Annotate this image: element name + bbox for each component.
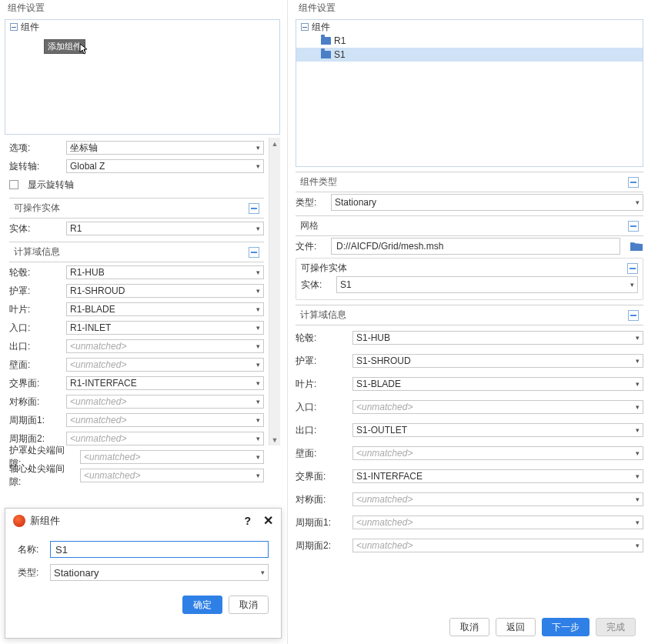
field-label: 入口:	[296, 401, 348, 414]
type-label: 类型:	[296, 196, 326, 209]
cancel-button[interactable]: 取消	[449, 618, 489, 636]
field-label: 壁面:	[296, 447, 348, 460]
field-label: 交界面:	[9, 377, 62, 390]
operable-section-label: 可操作实体	[14, 202, 60, 215]
field-select[interactable]: S1-BLADE▾	[352, 377, 643, 391]
operable-section-label: 可操作实体	[301, 262, 347, 275]
dlg-cancel-button[interactable]: 取消	[229, 596, 269, 614]
scroll-down-icon[interactable]: ▼	[269, 434, 281, 445]
field-select[interactable]: <unmatched>▾	[80, 450, 264, 464]
field-label: 出口:	[296, 424, 348, 437]
field-label: 叶片:	[9, 303, 62, 316]
field-select[interactable]: S1-HUB▾	[352, 331, 643, 345]
dlg-ok-button[interactable]: 确定	[182, 596, 222, 614]
show-axis-checkbox[interactable]	[9, 180, 18, 189]
entity-select[interactable]: R1▾	[66, 222, 264, 235]
entity-label: 实体:	[9, 222, 62, 235]
field-select[interactable]: R1-HUB▾	[66, 265, 264, 279]
field-select[interactable]: R1-INTERFACE▾	[66, 376, 264, 390]
new-component-dialog: 新组件 ? ✕ 名称: S1 类型: Stationary▾ 确定 取消	[5, 508, 282, 639]
tree-root-label[interactable]: 组件	[21, 21, 39, 34]
field-label: 护罩:	[296, 355, 348, 368]
field-select[interactable]: R1-SHROUD▾	[66, 284, 264, 298]
tree-collapse-icon[interactable]	[10, 23, 18, 31]
file-input[interactable]: D://AICFD/Grid/mesh.msh	[331, 238, 620, 255]
dlg-type-select[interactable]: Stationary▾	[50, 564, 269, 581]
entity-select[interactable]: S1▾	[336, 276, 638, 293]
field-select[interactable]: <unmatched>▾	[352, 516, 643, 529]
axis-label: 旋转轴:	[9, 160, 62, 173]
next-button[interactable]: 下一步	[542, 618, 590, 636]
field-select[interactable]: <unmatched>▾	[66, 432, 264, 445]
mesh-section-label: 网格	[300, 219, 319, 232]
folder-icon	[321, 51, 331, 58]
collapse-icon[interactable]	[628, 221, 639, 232]
scroll-up-icon[interactable]: ▲	[269, 138, 281, 149]
field-select[interactable]: <unmatched>▾	[66, 358, 264, 372]
folder-icon	[321, 37, 331, 45]
field-label: 轮毂:	[9, 266, 62, 279]
show-axis-label: 显示旋转轴	[28, 179, 74, 192]
field-select[interactable]: R1-BLADE▾	[66, 302, 264, 316]
domain-section-label: 计算域信息	[14, 245, 60, 259]
right-panel-title: 组件设置	[291, 0, 648, 16]
tree-collapse-icon[interactable]	[301, 23, 309, 31]
folder-open-icon[interactable]	[630, 240, 643, 252]
field-select[interactable]: <unmatched>▾	[66, 413, 264, 427]
axis-select[interactable]: Global Z▾	[66, 159, 264, 173]
field-label: 壁面:	[9, 359, 62, 372]
collapse-icon[interactable]	[628, 177, 639, 188]
field-label: 轮毂:	[296, 332, 348, 345]
field-select[interactable]: <unmatched>▾	[352, 446, 643, 460]
field-select[interactable]: <unmatched>▾	[352, 539, 643, 552]
right-tree[interactable]: 组件 R1S1	[296, 19, 643, 167]
field-select[interactable]: S1-SHROUD▾	[352, 354, 643, 368]
collapse-icon[interactable]	[249, 247, 259, 258]
finish-button[interactable]: 完成	[596, 618, 636, 636]
dialog-title: 新组件	[30, 514, 60, 528]
entity-label: 实体:	[301, 279, 332, 292]
close-icon[interactable]: ✕	[263, 513, 273, 528]
tree-item-label: R1	[334, 35, 346, 46]
collapse-icon[interactable]	[628, 310, 639, 321]
help-icon[interactable]: ?	[244, 515, 251, 527]
field-label: 周期面1:	[9, 414, 62, 427]
field-select[interactable]: <unmatched>▾	[352, 400, 643, 414]
tree-root-label[interactable]: 组件	[312, 21, 330, 34]
comptype-section-label: 组件类型	[300, 175, 337, 189]
field-label: 周期面2:	[296, 539, 348, 552]
field-label: 周期面1:	[296, 516, 348, 529]
file-label: 文件:	[296, 240, 326, 253]
tree-item[interactable]: S1	[296, 48, 643, 62]
field-select[interactable]: S1-OUTLET▾	[352, 423, 643, 437]
dlg-name-input[interactable]: S1	[50, 541, 269, 558]
domain-section-label: 计算域信息	[300, 309, 346, 322]
scrollbar[interactable]: ▲ ▼	[269, 138, 280, 445]
dlg-type-label: 类型:	[18, 566, 45, 579]
field-label: 周期面2:	[9, 432, 62, 445]
field-select[interactable]: <unmatched>▾	[66, 395, 264, 409]
type-select[interactable]: Stationary▾	[331, 194, 643, 211]
field-select[interactable]: <unmatched>▾	[80, 469, 264, 482]
field-label: 出口:	[9, 340, 62, 353]
field-label: 入口:	[9, 322, 62, 335]
options-select[interactable]: 坐标轴▾	[66, 141, 264, 155]
collapse-icon[interactable]	[249, 203, 259, 214]
field-select[interactable]: <unmatched>▾	[352, 492, 643, 506]
field-label: 对称面:	[296, 493, 348, 506]
field-select[interactable]: R1-INLET▾	[66, 321, 264, 335]
left-tree[interactable]: 组件 添加组件	[5, 19, 280, 135]
field-label: 轴心处尖端间隙:	[9, 462, 75, 489]
field-label: 交界面:	[296, 470, 348, 483]
dlg-name-label: 名称:	[18, 543, 45, 556]
field-select[interactable]: S1-INTERFACE▾	[352, 469, 643, 483]
back-button[interactable]: 返回	[496, 618, 536, 636]
field-label: 对称面:	[9, 395, 62, 409]
field-label: 护罩:	[9, 285, 62, 298]
tree-item[interactable]: R1	[296, 34, 643, 48]
field-select[interactable]: <unmatched>▾	[66, 339, 264, 353]
collapse-icon[interactable]	[627, 263, 638, 274]
options-label: 选项:	[9, 142, 62, 155]
left-panel-title: 组件设置	[0, 0, 285, 16]
tree-item-label: S1	[334, 49, 346, 60]
